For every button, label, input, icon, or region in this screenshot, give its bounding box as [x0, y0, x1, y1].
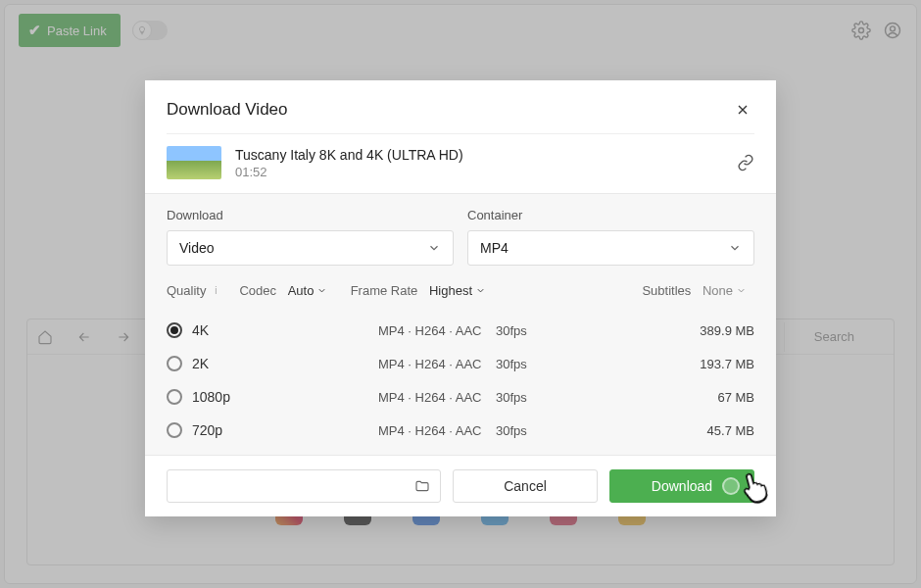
quality-row[interactable]: 1080p MP4 · H264 · AAC 30fps 67 MB — [167, 380, 754, 414]
subtitles-filter-label: Subtitles — [642, 283, 691, 298]
click-ripple — [722, 477, 740, 495]
output-folder-input[interactable] — [167, 469, 441, 503]
container-value: MP4 — [480, 240, 509, 256]
download-modal: Download Video Tuscany Italy 8K and 4K (… — [145, 80, 776, 516]
cancel-label: Cancel — [504, 478, 547, 494]
modal-footer: Cancel Download — [145, 455, 776, 516]
container-label: Container — [467, 208, 754, 222]
quality-format: MP4 · H264 · AAC — [378, 390, 496, 405]
quality-name: 2K — [192, 356, 378, 371]
modal-title: Download Video — [167, 100, 288, 120]
quality-filter-label: Quality — [167, 283, 206, 298]
download-type-select[interactable]: Video — [167, 230, 454, 266]
download-type-label: Download — [167, 208, 454, 222]
quality-list: 4K MP4 · H264 · AAC 30fps 389.9 MB 2K MP… — [145, 308, 776, 455]
quality-size: 45.7 MB — [574, 423, 754, 438]
framerate-filter-label: Frame Rate — [351, 283, 418, 298]
codec-filter-select[interactable]: Auto — [288, 283, 328, 298]
radio-unselected-icon — [167, 389, 182, 405]
chevron-down-icon — [736, 285, 747, 296]
subtitles-filter-select[interactable]: None — [703, 283, 747, 298]
quality-fps: 30fps — [496, 423, 574, 438]
video-thumbnail — [167, 146, 221, 179]
quality-name: 1080p — [192, 389, 378, 405]
video-title: Tuscany Italy 8K and 4K (ULTRA HD) — [235, 147, 463, 163]
download-type-value: Video — [179, 240, 215, 256]
cancel-button[interactable]: Cancel — [453, 469, 598, 503]
chevron-down-icon — [728, 241, 742, 255]
video-info-row: Tuscany Italy 8K and 4K (ULTRA HD) 01:52 — [145, 146, 776, 193]
container-select[interactable]: MP4 — [467, 230, 754, 266]
chevron-down-icon — [316, 285, 327, 296]
select-row: Download Video Container MP4 — [145, 194, 776, 266]
quality-format: MP4 · H264 · AAC — [378, 323, 496, 338]
quality-fps: 30fps — [496, 357, 574, 371]
modal-header: Download Video — [145, 80, 776, 133]
folder-icon — [414, 478, 430, 494]
quality-name: 4K — [192, 322, 378, 338]
info-icon[interactable]: i — [210, 285, 221, 297]
quality-size: 193.7 MB — [574, 357, 754, 371]
chevron-down-icon — [475, 285, 486, 296]
quality-row[interactable]: 2K MP4 · H264 · AAC 30fps 193.7 MB — [167, 347, 754, 380]
quality-name: 720p — [192, 422, 378, 438]
options-section: Download Video Container MP4 — [145, 193, 776, 455]
quality-size: 389.9 MB — [574, 323, 754, 338]
chevron-down-icon — [427, 241, 441, 255]
codec-filter-label: Codec — [239, 283, 276, 298]
radio-unselected-icon — [167, 356, 182, 371]
radio-selected-icon — [167, 322, 182, 338]
filter-row: Quality i Codec Auto Frame Rate Highest … — [145, 266, 776, 308]
download-button[interactable]: Download — [609, 469, 754, 503]
quality-size: 67 MB — [574, 390, 754, 405]
divider — [167, 133, 754, 134]
link-icon[interactable] — [737, 154, 754, 172]
close-button[interactable] — [731, 98, 754, 122]
radio-unselected-icon — [167, 422, 182, 438]
quality-format: MP4 · H264 · AAC — [378, 357, 496, 371]
quality-row[interactable]: 4K MP4 · H264 · AAC 30fps 389.9 MB — [167, 314, 754, 347]
quality-format: MP4 · H264 · AAC — [378, 423, 496, 438]
quality-row[interactable]: 720p MP4 · H264 · AAC 30fps 45.7 MB — [167, 414, 754, 447]
download-label: Download — [652, 478, 712, 494]
video-duration: 01:52 — [235, 165, 463, 179]
quality-fps: 30fps — [496, 323, 574, 338]
framerate-filter-select[interactable]: Highest — [429, 283, 486, 298]
close-icon — [735, 102, 751, 118]
quality-fps: 30fps — [496, 390, 574, 405]
